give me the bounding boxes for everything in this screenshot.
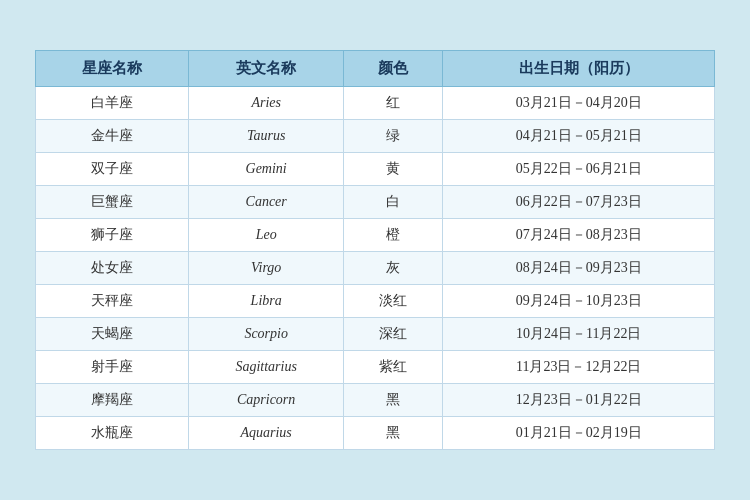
english-name-cell: Sagittarius (188, 351, 344, 384)
table-row: 金牛座Taurus绿04月21日－05月21日 (36, 120, 715, 153)
chinese-name-cell: 白羊座 (36, 87, 189, 120)
header-date: 出生日期（阳历） (443, 51, 715, 87)
chinese-name-cell: 水瓶座 (36, 417, 189, 450)
english-name-cell: Virgo (188, 252, 344, 285)
color-cell: 黑 (344, 384, 443, 417)
table-row: 射手座Sagittarius紫红11月23日－12月22日 (36, 351, 715, 384)
date-cell: 07月24日－08月23日 (443, 219, 715, 252)
date-cell: 12月23日－01月22日 (443, 384, 715, 417)
date-cell: 10月24日－11月22日 (443, 318, 715, 351)
english-name-cell: Gemini (188, 153, 344, 186)
english-name-cell: Capricorn (188, 384, 344, 417)
english-name-cell: Scorpio (188, 318, 344, 351)
chinese-name-cell: 双子座 (36, 153, 189, 186)
color-cell: 淡红 (344, 285, 443, 318)
table-row: 双子座Gemini黄05月22日－06月21日 (36, 153, 715, 186)
english-name-cell: Aquarius (188, 417, 344, 450)
table-row: 巨蟹座Cancer白06月22日－07月23日 (36, 186, 715, 219)
english-name-cell: Aries (188, 87, 344, 120)
date-cell: 03月21日－04月20日 (443, 87, 715, 120)
color-cell: 紫红 (344, 351, 443, 384)
date-cell: 04月21日－05月21日 (443, 120, 715, 153)
chinese-name-cell: 天秤座 (36, 285, 189, 318)
table-row: 白羊座Aries红03月21日－04月20日 (36, 87, 715, 120)
color-cell: 灰 (344, 252, 443, 285)
chinese-name-cell: 处女座 (36, 252, 189, 285)
color-cell: 红 (344, 87, 443, 120)
english-name-cell: Libra (188, 285, 344, 318)
chinese-name-cell: 摩羯座 (36, 384, 189, 417)
color-cell: 黄 (344, 153, 443, 186)
english-name-cell: Taurus (188, 120, 344, 153)
color-cell: 绿 (344, 120, 443, 153)
table-row: 狮子座Leo橙07月24日－08月23日 (36, 219, 715, 252)
table-row: 摩羯座Capricorn黑12月23日－01月22日 (36, 384, 715, 417)
color-cell: 深红 (344, 318, 443, 351)
main-container: 星座名称 英文名称 颜色 出生日期（阳历） 白羊座Aries红03月21日－04… (35, 50, 715, 450)
english-name-cell: Cancer (188, 186, 344, 219)
date-cell: 06月22日－07月23日 (443, 186, 715, 219)
date-cell: 09月24日－10月23日 (443, 285, 715, 318)
table-row: 水瓶座Aquarius黑01月21日－02月19日 (36, 417, 715, 450)
chinese-name-cell: 金牛座 (36, 120, 189, 153)
date-cell: 01月21日－02月19日 (443, 417, 715, 450)
color-cell: 橙 (344, 219, 443, 252)
chinese-name-cell: 天蝎座 (36, 318, 189, 351)
chinese-name-cell: 巨蟹座 (36, 186, 189, 219)
table-row: 天蝎座Scorpio深红10月24日－11月22日 (36, 318, 715, 351)
header-color: 颜色 (344, 51, 443, 87)
zodiac-table: 星座名称 英文名称 颜色 出生日期（阳历） 白羊座Aries红03月21日－04… (35, 50, 715, 450)
chinese-name-cell: 射手座 (36, 351, 189, 384)
table-row: 天秤座Libra淡红09月24日－10月23日 (36, 285, 715, 318)
header-chinese-name: 星座名称 (36, 51, 189, 87)
header-english-name: 英文名称 (188, 51, 344, 87)
date-cell: 08月24日－09月23日 (443, 252, 715, 285)
date-cell: 05月22日－06月21日 (443, 153, 715, 186)
color-cell: 黑 (344, 417, 443, 450)
english-name-cell: Leo (188, 219, 344, 252)
chinese-name-cell: 狮子座 (36, 219, 189, 252)
color-cell: 白 (344, 186, 443, 219)
table-row: 处女座Virgo灰08月24日－09月23日 (36, 252, 715, 285)
table-header-row: 星座名称 英文名称 颜色 出生日期（阳历） (36, 51, 715, 87)
date-cell: 11月23日－12月22日 (443, 351, 715, 384)
